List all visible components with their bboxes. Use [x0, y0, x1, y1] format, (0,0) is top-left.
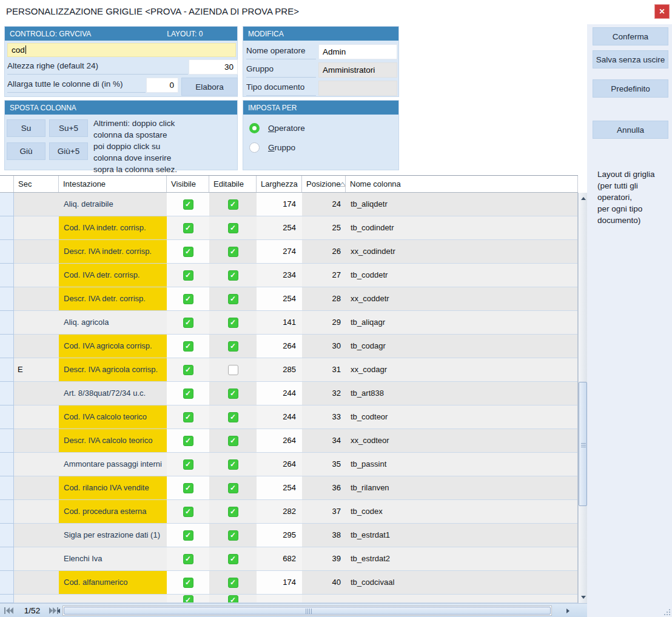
- table-row[interactable]: Cod. alfanumerico✓✓17440tb_codcivaal: [0, 571, 577, 595]
- checkbox-checked-icon[interactable]: ✓: [183, 223, 193, 233]
- window-resize-grip[interactable]: [664, 609, 671, 616]
- vertical-scrollbar[interactable]: [578, 193, 587, 603]
- checkbox-checked-icon[interactable]: ✓: [228, 389, 238, 399]
- row-indicator-cell[interactable]: [0, 193, 14, 216]
- table-row[interactable]: EDescr. IVA agricola corrisp.✓28531xx_co…: [0, 358, 577, 382]
- column-header-intestazione[interactable]: Intestazione: [59, 176, 167, 192]
- checkbox-checked-icon[interactable]: ✓: [183, 483, 193, 493]
- checkbox-checked-icon[interactable]: ✓: [228, 459, 238, 470]
- close-button[interactable]: ✕: [654, 4, 670, 19]
- radio-selected-icon[interactable]: [249, 123, 260, 133]
- table-row[interactable]: Descr. IVA detr. corrisp.✓✓25428xx_codde…: [0, 287, 577, 311]
- checkbox-checked-icon[interactable]: ✓: [183, 341, 193, 352]
- checkbox-checked-icon[interactable]: ✓: [228, 270, 238, 281]
- column-header-larghezza[interactable]: Larghezza: [257, 176, 302, 192]
- row-indicator-cell[interactable]: [0, 476, 14, 500]
- row-indicator-cell[interactable]: [0, 547, 14, 571]
- scroll-right-button[interactable]: [563, 606, 572, 615]
- checkbox-checked-icon[interactable]: ✓: [228, 199, 238, 210]
- row-indicator-cell[interactable]: [0, 524, 14, 547]
- checkbox-checked-icon[interactable]: ✓: [183, 318, 193, 328]
- checkbox-checked-icon[interactable]: ✓: [228, 223, 238, 233]
- radio-unselected-icon[interactable]: [249, 142, 260, 153]
- filter-input[interactable]: cod: [7, 43, 236, 57]
- predefinito-button[interactable]: Predefinito: [593, 79, 668, 98]
- checkbox-checked-icon[interactable]: ✓: [183, 578, 193, 588]
- row-indicator-cell[interactable]: [0, 571, 14, 595]
- conferma-button[interactable]: Conferma: [593, 27, 668, 45]
- checkbox-checked-icon[interactable]: ✓: [228, 436, 238, 446]
- checkbox-checked-icon[interactable]: ✓: [183, 436, 193, 446]
- checkbox-checked-icon[interactable]: ✓: [183, 294, 193, 304]
- checkbox-checked-icon[interactable]: ✓: [228, 412, 238, 422]
- row-height-input[interactable]: 30: [189, 59, 238, 75]
- table-row[interactable]: Aliq. agricola✓✓14129tb_aliqagr: [0, 311, 577, 335]
- option-gruppo[interactable]: Gruppo: [249, 142, 295, 153]
- row-indicator-cell[interactable]: [0, 429, 14, 453]
- table-row[interactable]: Cod. IVA agricola corrisp.✓✓26430tb_coda…: [0, 335, 577, 358]
- column-header-nome-colonna[interactable]: Nome colonna: [346, 176, 578, 192]
- checkbox-checked-icon[interactable]: ✓: [228, 554, 238, 564]
- elabora-button[interactable]: Elabora: [181, 78, 238, 96]
- checkbox-checked-icon[interactable]: ✓: [183, 595, 193, 603]
- checkbox-unchecked-icon[interactable]: [228, 365, 238, 375]
- checkbox-checked-icon[interactable]: ✓: [228, 530, 238, 541]
- table-row[interactable]: Ammontare passaggi interni✓✓26435tb_pass…: [0, 453, 577, 476]
- scroll-up-button[interactable]: [579, 194, 588, 203]
- checkbox-checked-icon[interactable]: ✓: [228, 294, 238, 304]
- row-indicator-cell[interactable]: [0, 500, 14, 524]
- table-row[interactable]: Cod. IVA detr. corrisp.✓✓23427tb_coddetr: [0, 264, 577, 287]
- annulla-button[interactable]: Annulla: [593, 121, 668, 139]
- checkbox-checked-icon[interactable]: ✓: [183, 554, 193, 564]
- row-indicator-cell[interactable]: [0, 595, 14, 603]
- checkbox-checked-icon[interactable]: ✓: [183, 270, 193, 281]
- checkbox-checked-icon[interactable]: ✓: [228, 483, 238, 493]
- table-row[interactable]: Aliq. detraibile✓✓17424tb_aliqdetr: [0, 193, 577, 216]
- table-row[interactable]: Descr. IVA indetr. corrisp.✓✓27426xx_cod…: [0, 240, 577, 264]
- checkbox-checked-icon[interactable]: ✓: [183, 365, 193, 375]
- checkbox-checked-icon[interactable]: ✓: [228, 595, 238, 603]
- scroll-down-button[interactable]: [579, 593, 588, 602]
- horizontal-scrollbar-thumb[interactable]: [64, 607, 551, 615]
- column-header-editabile[interactable]: Editabile: [209, 176, 257, 192]
- checkbox-checked-icon[interactable]: ✓: [183, 459, 193, 470]
- row-indicator-cell[interactable]: [0, 453, 14, 476]
- move-su-button[interactable]: Su: [7, 119, 45, 137]
- row-indicator-cell[interactable]: [0, 264, 14, 287]
- field-value-nome-operatore[interactable]: Admin: [318, 44, 397, 59]
- table-row[interactable]: ✓✓: [0, 595, 577, 603]
- move-gi-5-button[interactable]: Giù+5: [49, 142, 88, 160]
- row-indicator-cell[interactable]: [0, 216, 14, 240]
- salva-senza-uscire-button[interactable]: Salva senza uscire: [593, 50, 668, 68]
- checkbox-checked-icon[interactable]: ✓: [183, 507, 193, 517]
- row-indicator-cell[interactable]: [0, 287, 14, 311]
- table-row[interactable]: Sigla per estrazione dati (1)✓✓29538tb_e…: [0, 524, 577, 547]
- move-su-5-button[interactable]: Su+5: [49, 119, 88, 137]
- checkbox-checked-icon[interactable]: ✓: [183, 199, 193, 210]
- first-record-button[interactable]: [4, 607, 14, 614]
- horizontal-scrollbar[interactable]: [62, 605, 552, 616]
- checkbox-checked-icon[interactable]: ✓: [183, 412, 193, 422]
- move-gi-button[interactable]: Giù: [7, 142, 45, 160]
- column-header-sec[interactable]: Sec: [14, 176, 59, 192]
- checkbox-checked-icon[interactable]: ✓: [228, 578, 238, 588]
- table-row[interactable]: Cod. rilancio IVA vendite✓✓25436tb_rilan…: [0, 476, 577, 500]
- table-row[interactable]: Elenchi Iva✓✓68239tb_estrdat2: [0, 547, 577, 571]
- table-row[interactable]: Cod. IVA calcolo teorico✓✓24433tb_codteo…: [0, 405, 577, 429]
- row-indicator-cell[interactable]: [0, 240, 14, 264]
- table-row[interactable]: Descr. IVA calcolo teorico✓✓26434xx_codt…: [0, 429, 577, 453]
- checkbox-checked-icon[interactable]: ✓: [228, 247, 238, 257]
- column-header-visibile[interactable]: Visibile: [167, 176, 209, 192]
- row-indicator-cell[interactable]: [0, 382, 14, 405]
- column-header-posizione[interactable]: Posizione△: [302, 176, 346, 192]
- checkbox-checked-icon[interactable]: ✓: [183, 247, 193, 257]
- checkbox-checked-icon[interactable]: ✓: [183, 389, 193, 399]
- scroll-left-button[interactable]: [54, 606, 62, 615]
- table-row[interactable]: Cod. IVA indetr. corrisp.✓✓25425tb_codin…: [0, 216, 577, 240]
- row-indicator-cell[interactable]: [0, 335, 14, 358]
- row-indicator-cell[interactable]: [0, 311, 14, 335]
- option-operatore[interactable]: Operatore: [249, 123, 305, 133]
- row-indicator-cell[interactable]: [0, 358, 14, 382]
- table-row[interactable]: Cod. procedura esterna✓✓28237tb_codex: [0, 500, 577, 524]
- row-indicator-cell[interactable]: [0, 405, 14, 429]
